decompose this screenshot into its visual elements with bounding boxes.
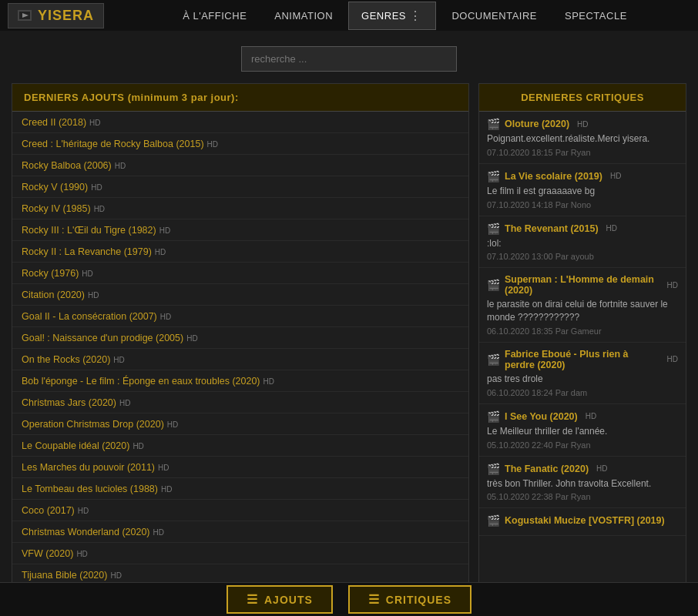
critique-title[interactable]: The Fanatic (2020)	[505, 464, 589, 474]
movie-title[interactable]: Tijuana Bible (2020)	[22, 570, 107, 581]
movie-item[interactable]: Creed II (2018)HD	[12, 112, 468, 133]
critique-text: :lol:	[487, 237, 678, 250]
critique-title-row: 🎬 Kogustaki Mucize [VOSTFR] (2019)	[487, 514, 678, 527]
critique-item: 🎬 I See You (2020) HD Le Meilleur thrill…	[479, 404, 686, 457]
movie-title[interactable]: Rocky Balboa (2006)	[22, 160, 112, 171]
movie-item[interactable]: Creed : L'héritage de Rocky Balboa (2015…	[12, 133, 468, 155]
critique-item: 🎬 Oloture (2020) HD Poignant.excellent.r…	[479, 112, 686, 164]
critique-title[interactable]: The Revenant (2015)	[505, 223, 599, 234]
main-content: DERNIERS AJOUTS (minimum 3 par jour): Cr…	[0, 83, 698, 616]
movie-title[interactable]: Goal! : Naissance d'un prodige (2005)	[22, 333, 183, 343]
movie-item[interactable]: Christmas Wonderland (2020)HD	[12, 521, 468, 543]
movie-title[interactable]: VFW (2020)	[22, 548, 73, 559]
hd-badge: HD	[155, 248, 166, 256]
critique-text: Le Meilleur thriller de l'année.	[487, 425, 678, 438]
critique-item: 🎬 La Vie scolaire (2019) HD Le film il e…	[479, 164, 686, 216]
movie-title[interactable]: Operation Christmas Drop (2020)	[22, 419, 164, 430]
movie-title[interactable]: Rocky IV (1985)	[22, 203, 91, 214]
movie-title[interactable]: Rocky III : L'Œil du Tigre (1982)	[22, 225, 156, 236]
movie-item[interactable]: Rocky III : L'Œil du Tigre (1982)HD	[12, 219, 468, 241]
critique-title-row: 🎬 Oloture (2020) HD	[487, 118, 678, 130]
movie-title[interactable]: Rocky II : La Revanche (1979)	[22, 246, 152, 257]
critique-film-icon: 🎬	[487, 279, 500, 291]
movie-title[interactable]: Rocky (1976)	[22, 268, 79, 279]
movie-title[interactable]: Citation (2020)	[22, 290, 85, 300]
movie-title[interactable]: Rocky V (1990)	[22, 182, 88, 192]
ajouts-button[interactable]: ☰ AJOUTS	[227, 585, 333, 614]
logo-text: YISERA	[38, 8, 94, 24]
critique-meta: 07.10.2020 18:15 Par Ryan	[487, 148, 678, 157]
movie-title[interactable]: Coco (2017)	[22, 505, 75, 516]
movie-item[interactable]: Rocky Balboa (2006)HD	[12, 155, 468, 176]
movie-title[interactable]: Goal II - La consécration (2007)	[22, 311, 157, 322]
nav-a-laffiche[interactable]: À L'AFFICHE	[170, 4, 259, 28]
movie-title[interactable]: Creed : L'héritage de Rocky Balboa (2015…	[22, 139, 204, 149]
movie-item[interactable]: Le Coupable idéal (2020)HD	[12, 435, 468, 457]
hd-badge: HD	[667, 355, 678, 363]
movie-item[interactable]: On the Rocks (2020)HD	[12, 349, 468, 370]
critique-item: 🎬 The Fanatic (2020) HD très bon Thrille…	[479, 457, 686, 509]
critique-meta: 06.10.2020 18:35 Par Gameur	[487, 326, 678, 336]
movie-title[interactable]: On the Rocks (2020)	[22, 354, 110, 365]
hd-badge: HD	[115, 162, 126, 170]
critique-title[interactable]: Fabrice Eboué - Plus rien à perdre (2020…	[505, 349, 659, 370]
critique-film-icon: 🎬	[487, 514, 500, 527]
hd-badge: HD	[113, 356, 124, 364]
main-nav: À L'AFFICHE ANIMATION GENRES ⋮ DOCUMENTA…	[119, 2, 690, 30]
hd-badge: HD	[110, 571, 121, 580]
hd-badge: HD	[161, 485, 172, 494]
movie-title[interactable]: Le Tombeau des lucioles (1988)	[22, 484, 158, 494]
movie-item[interactable]: Rocky (1976)HD	[12, 263, 468, 284]
hd-badge: HD	[78, 507, 89, 515]
hd-badge: HD	[159, 226, 170, 235]
critique-title[interactable]: Oloture (2020)	[505, 119, 569, 129]
movie-item[interactable]: Bob l'éponge - Le film : Éponge en eaux …	[12, 370, 468, 392]
critique-title[interactable]: Kogustaki Mucize [VOSTFR] (2019)	[505, 515, 665, 526]
critiques-button[interactable]: ☰ CRITIQUES	[348, 585, 471, 614]
movie-title[interactable]: Les Marches du pouvoir (2011)	[22, 462, 155, 473]
logo-box[interactable]: YISERA	[8, 3, 104, 28]
movie-title[interactable]: Creed II (2018)	[22, 117, 86, 128]
movie-item[interactable]: Rocky V (1990)HD	[12, 176, 468, 198]
critique-item: 🎬 Superman : L'Homme de demain (2020) HD…	[479, 268, 686, 343]
movie-item[interactable]: Rocky II : La Revanche (1979)HD	[12, 241, 468, 263]
nav-genres[interactable]: GENRES ⋮	[348, 2, 436, 30]
critique-title[interactable]: Superman : L'Homme de demain (2020)	[505, 274, 659, 296]
left-panel: DERNIERS AJOUTS (minimum 3 par jour): Cr…	[12, 83, 469, 616]
hd-badge: HD	[91, 183, 102, 192]
hd-badge: HD	[76, 550, 87, 558]
movie-title[interactable]: Bob l'éponge - Le film : Éponge en eaux …	[22, 376, 260, 387]
right-panel-header: DERNIERES CRITIQUES	[479, 84, 686, 112]
movie-item[interactable]: Rocky IV (1985)HD	[12, 198, 468, 219]
movie-title[interactable]: Le Coupable idéal (2020)	[22, 440, 129, 451]
movie-title[interactable]: Christmas Wonderland (2020)	[22, 527, 150, 537]
search-input[interactable]	[241, 46, 457, 72]
ajouts-icon: ☰	[247, 592, 258, 607]
nav-spectacle[interactable]: SPECTACLE	[552, 4, 639, 28]
movie-item[interactable]: Les Marches du pouvoir (2011)HD	[12, 457, 468, 478]
genres-dots-icon: ⋮	[408, 8, 424, 23]
critique-item: 🎬 Kogustaki Mucize [VOSTFR] (2019)	[479, 508, 686, 536]
movie-item[interactable]: Christmas Jars (2020)HD	[12, 392, 468, 413]
movie-item[interactable]: Goal II - La consécration (2007)HD	[12, 306, 468, 327]
movie-item[interactable]: VFW (2020)HD	[12, 543, 468, 564]
critique-title[interactable]: La Vie scolaire (2019)	[505, 171, 602, 182]
nav-animation[interactable]: ANIMATION	[262, 4, 345, 28]
hd-badge: HD	[94, 205, 105, 213]
critique-title-row: 🎬 The Fanatic (2020) HD	[487, 463, 678, 475]
critique-meta: 06.10.2020 18:24 Par dam	[487, 388, 678, 397]
critique-title-row: 🎬 The Revenant (2015) HD	[487, 223, 678, 235]
movie-item[interactable]: Operation Christmas Drop (2020)HD	[12, 413, 468, 435]
critique-meta: 05.10.2020 22:40 Par Ryan	[487, 440, 678, 450]
critique-meta: 05.10.2020 22:38 Par Ryan	[487, 492, 678, 501]
movie-item[interactable]: Goal! : Naissance d'un prodige (2005)HD	[12, 327, 468, 349]
nav-documentaire[interactable]: DOCUMENTAIRE	[439, 4, 549, 28]
critique-text: très bon Thriller. John travolta Excelle…	[487, 477, 678, 490]
critique-title[interactable]: I See You (2020)	[505, 411, 578, 422]
movie-item[interactable]: Coco (2017)HD	[12, 500, 468, 521]
movie-title[interactable]: Christmas Jars (2020)	[22, 397, 116, 408]
critique-meta: 07.10.2020 13:00 Par ayoub	[487, 252, 678, 261]
critique-text: Poignant.excellent.réaliste.Merci yisera…	[487, 132, 678, 146]
movie-item[interactable]: Citation (2020)HD	[12, 284, 468, 306]
movie-item[interactable]: Le Tombeau des lucioles (1988)HD	[12, 478, 468, 500]
